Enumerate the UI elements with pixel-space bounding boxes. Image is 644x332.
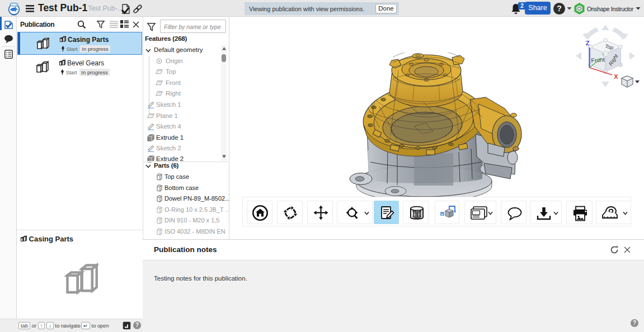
svg-text:X: X <box>614 73 618 80</box>
svg-text:Y: Y <box>601 52 605 58</box>
svg-text:Z: Z <box>586 40 590 46</box>
